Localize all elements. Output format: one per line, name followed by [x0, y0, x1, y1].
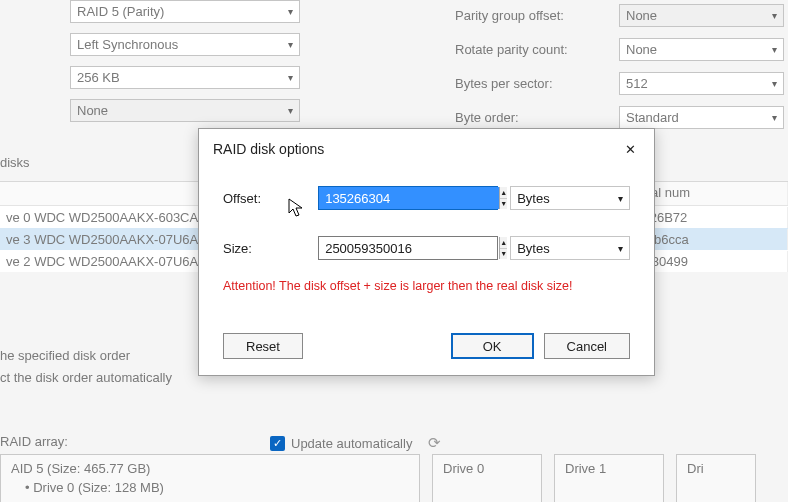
raid-summary-panel: AID 5 (Size: 465.77 GB) • Drive 0 (Size:… — [0, 454, 420, 502]
chevron-down-icon: ▾ — [288, 105, 293, 116]
chevron-down-icon: ▾ — [288, 39, 293, 50]
cancel-button[interactable]: Cancel — [544, 333, 630, 359]
bytes-sector-label: Bytes per sector: — [455, 76, 605, 91]
drive0-panel: Drive 0 — [432, 454, 542, 502]
chevron-down-icon: ▾ — [618, 193, 623, 204]
radio-auto-order[interactable]: ct the disk order automatically — [0, 367, 172, 389]
rotate-parity-select[interactable]: None▾ — [619, 38, 784, 61]
size-label: Size: — [223, 241, 318, 256]
offset-spin-down[interactable]: ▼ — [500, 199, 507, 210]
drive2-panel: Dri — [676, 454, 756, 502]
parity-offset-select: None▾ — [619, 4, 784, 27]
ok-button[interactable]: OK — [451, 333, 534, 359]
chevron-down-icon: ▾ — [288, 72, 293, 83]
bytes-sector-select[interactable]: 512▾ — [619, 72, 784, 95]
drive1-panel: Drive 1 — [554, 454, 664, 502]
offset-unit-select[interactable]: Bytes▾ — [510, 186, 630, 210]
update-auto-label: Update automatically — [291, 436, 412, 451]
radio-specified-order[interactable]: he specified disk order — [0, 345, 172, 367]
disks-label: disks — [0, 155, 30, 170]
size-spin-up[interactable]: ▲ — [500, 237, 507, 249]
chevron-down-icon: ▾ — [288, 6, 293, 17]
close-icon: ✕ — [625, 142, 636, 157]
size-spin-down[interactable]: ▼ — [500, 249, 507, 260]
byte-order-label: Byte order: — [455, 110, 605, 125]
layout-select[interactable]: Left Synchronous▾ — [70, 33, 300, 56]
offset-input-wrap: ▲ ▼ — [318, 186, 498, 210]
refresh-icon[interactable]: ⟳ — [428, 434, 441, 452]
raid-array-label: RAID array: — [0, 434, 68, 449]
reset-button[interactable]: Reset — [223, 333, 303, 359]
stripe-size-select[interactable]: 256 KB▾ — [70, 66, 300, 89]
update-auto-checkbox[interactable]: ✓ — [270, 436, 285, 451]
offset-label: Offset: — [223, 191, 318, 206]
rotate-parity-label: Rotate parity count: — [455, 42, 605, 57]
raid-type-select[interactable]: RAID 5 (Parity)▾ — [70, 0, 300, 23]
warning-text: Attention! The disk offset + size is lar… — [223, 279, 630, 293]
extra-select: None▾ — [70, 99, 300, 122]
chevron-down-icon: ▾ — [618, 243, 623, 254]
dialog-title: RAID disk options — [213, 141, 324, 157]
raid-disk-options-dialog: RAID disk options ✕ Offset: ▲ ▼ Bytes▾ S… — [198, 128, 655, 376]
size-input-wrap: ▲ ▼ — [318, 236, 498, 260]
parity-offset-label: Parity group offset: — [455, 8, 605, 23]
offset-spin-up[interactable]: ▲ — [500, 187, 507, 199]
size-unit-select[interactable]: Bytes▾ — [510, 236, 630, 260]
size-input[interactable] — [319, 237, 499, 259]
close-button[interactable]: ✕ — [616, 137, 644, 161]
byte-order-select[interactable]: Standard▾ — [619, 106, 784, 129]
offset-input[interactable] — [319, 187, 499, 209]
